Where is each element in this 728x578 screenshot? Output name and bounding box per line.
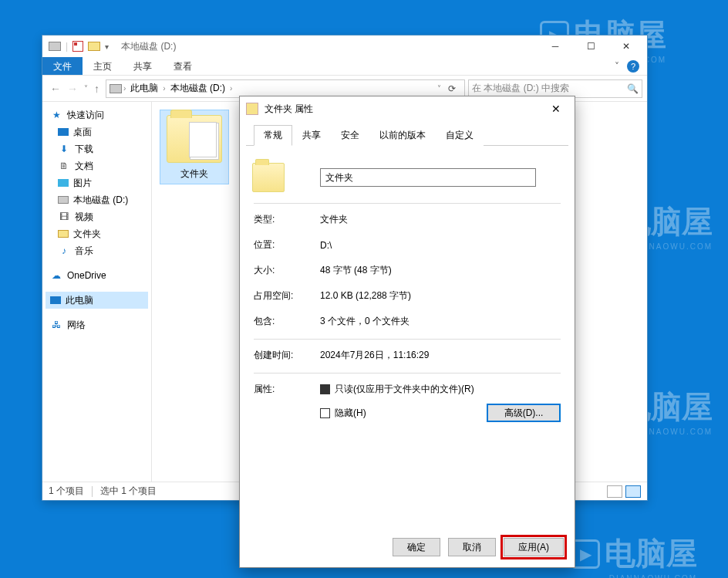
folder-icon <box>58 230 69 238</box>
sidebar-network[interactable]: 🖧网络 <box>46 316 148 333</box>
tab-previous-versions[interactable]: 以前的版本 <box>369 125 436 146</box>
sidebar-label: 下载 <box>75 143 93 156</box>
folder-icon <box>246 103 258 115</box>
folder-icon <box>252 163 285 192</box>
sidebar-desktop[interactable]: 桌面 <box>46 123 148 140</box>
drive-icon <box>110 84 122 93</box>
dialog-title: 文件夹 属性 <box>265 103 313 116</box>
ok-button[interactable]: 确定 <box>393 538 440 556</box>
breadcrumb-thispc[interactable]: 此电脑 <box>127 82 161 95</box>
properties-body: 类型:文件夹 位置:D:\ 大小:48 字节 (48 字节) 占用空间:12.0… <box>240 146 575 434</box>
sidebar-downloads[interactable]: ⬇下载 <box>46 140 148 157</box>
titlebar[interactable]: | ▾ 本地磁盘 (D:) ─ ☐ ✕ <box>42 35 647 57</box>
help-icon[interactable]: ? <box>627 60 639 73</box>
location-value: D:\ <box>320 240 561 251</box>
tab-security[interactable]: 安全 <box>331 125 369 146</box>
divider <box>254 373 561 374</box>
created-label: 创建时间: <box>254 349 320 362</box>
sidebar-label: 网络 <box>67 319 86 332</box>
tabstrip: 常规 共享 安全 以前的版本 自定义 <box>246 121 568 146</box>
qat-newfolder-icon[interactable] <box>88 42 100 51</box>
pc-icon <box>50 296 61 304</box>
nav-back-icon[interactable]: ← <box>50 83 61 95</box>
network-icon: 🖧 <box>50 319 62 331</box>
tab-file[interactable]: 文件 <box>42 57 83 75</box>
watermark: ▶电脑屋 DIANNAOWU.COM <box>571 532 697 575</box>
sidebar-onedrive[interactable]: ☁OneDrive <box>46 267 148 284</box>
tab-customize[interactable]: 自定义 <box>436 125 484 146</box>
folder-icon <box>167 115 222 163</box>
desktop-icon <box>58 128 69 136</box>
sidebar-documents[interactable]: 🗎文档 <box>46 157 148 174</box>
size-value: 48 字节 (48 字节) <box>320 264 561 277</box>
nav-up-icon[interactable]: ↑ <box>94 83 99 95</box>
sidebar-pictures[interactable]: 图片 <box>46 174 148 191</box>
cancel-button[interactable]: 取消 <box>448 538 496 556</box>
sidebar-label: 音乐 <box>75 245 93 258</box>
advanced-button[interactable]: 高级(D)... <box>487 404 561 422</box>
sidebar-thispc[interactable]: 此电脑 <box>46 292 148 309</box>
location-label: 位置: <box>254 238 320 252</box>
qat-properties-icon[interactable] <box>72 41 83 52</box>
status-selected: 选中 1 个项目 <box>100 485 157 498</box>
sidebar-videos[interactable]: 🎞视频 <box>46 208 148 225</box>
apply-button[interactable]: 应用(A) <box>504 538 564 556</box>
tab-general[interactable]: 常规 <box>254 125 292 146</box>
download-icon: ⬇ <box>58 143 70 155</box>
attributes-label: 属性: <box>254 383 320 396</box>
sidebar-label: 快速访问 <box>67 109 104 122</box>
sidebar-folder[interactable]: 文件夹 <box>46 225 148 242</box>
dialog-titlebar[interactable]: 文件夹 属性 ✕ <box>240 96 575 121</box>
hidden-label: 隐藏(H) <box>335 407 366 420</box>
hidden-checkbox[interactable] <box>320 408 330 418</box>
drive-icon <box>58 196 69 204</box>
properties-dialog: 文件夹 属性 ✕ 常规 共享 安全 以前的版本 自定义 类型:文件夹 位置:D:… <box>239 96 575 568</box>
readonly-checkbox[interactable] <box>320 384 330 394</box>
chevron-right-icon[interactable]: › <box>123 84 126 93</box>
tab-sharing[interactable]: 共享 <box>292 125 331 146</box>
pictures-icon <box>58 179 69 187</box>
sidebar-music[interactable]: ♪音乐 <box>46 242 148 259</box>
sidebar-label: OneDrive <box>67 270 106 281</box>
search-placeholder: 在 本地磁盘 (D:) 中搜索 <box>472 82 569 95</box>
star-icon: ★ <box>50 109 62 121</box>
tab-home[interactable]: 主页 <box>83 57 123 75</box>
search-icon[interactable]: 🔍 <box>627 83 639 94</box>
ribbon-expand-icon[interactable]: ˅ <box>615 61 619 72</box>
readonly-label: 只读(仅应用于文件夹中的文件)(R) <box>335 383 474 396</box>
qat-dropdown-icon[interactable]: ▾ <box>105 42 109 51</box>
chevron-right-icon[interactable]: › <box>230 84 232 93</box>
contains-label: 包含: <box>254 315 320 328</box>
tab-view[interactable]: 查看 <box>163 57 203 75</box>
breadcrumb-drive[interactable]: 本地磁盘 (D:) <box>167 82 228 95</box>
sidebar-localdisk[interactable]: 本地磁盘 (D:) <box>46 191 148 208</box>
type-label: 类型: <box>254 213 320 226</box>
size-on-disk-value: 12.0 KB (12,288 字节) <box>320 289 561 303</box>
folder-item[interactable]: 文件夹 <box>160 110 229 184</box>
sidebar-label: 图片 <box>73 177 92 190</box>
folder-name-input[interactable] <box>320 168 536 187</box>
ribbon: 文件 主页 共享 查看 ˅ ? <box>42 57 647 76</box>
drive-icon <box>49 42 61 51</box>
divider <box>92 486 93 497</box>
sidebar-quickaccess[interactable]: ★快速访问 <box>46 106 148 123</box>
minimize-button[interactable]: ─ <box>538 35 573 57</box>
folder-name: 文件夹 <box>162 167 227 181</box>
address-bar[interactable]: › 此电脑 › 本地磁盘 (D:) › ˅ ⟳ <box>106 79 465 98</box>
nav-forward-icon[interactable]: → <box>67 83 78 95</box>
address-dropdown-icon[interactable]: ˅ <box>437 84 441 93</box>
close-button[interactable]: ✕ <box>544 100 568 118</box>
tab-share[interactable]: 共享 <box>123 57 163 75</box>
close-button[interactable]: ✕ <box>608 35 644 57</box>
window-title: 本地磁盘 (D:) <box>121 40 176 53</box>
maximize-button[interactable]: ☐ <box>573 35 608 57</box>
sidebar-label: 此电脑 <box>66 294 93 307</box>
music-icon: ♪ <box>58 245 70 257</box>
refresh-icon[interactable]: ⟳ <box>443 83 461 94</box>
view-details-icon[interactable] <box>607 485 622 498</box>
nav-recent-icon[interactable]: ˅ <box>84 84 88 93</box>
sidebar-label: 文档 <box>75 160 93 173</box>
view-large-icon[interactable] <box>625 485 641 498</box>
search-input[interactable]: 在 本地磁盘 (D:) 中搜索 🔍 <box>468 79 642 98</box>
chevron-right-icon[interactable]: › <box>163 84 165 93</box>
